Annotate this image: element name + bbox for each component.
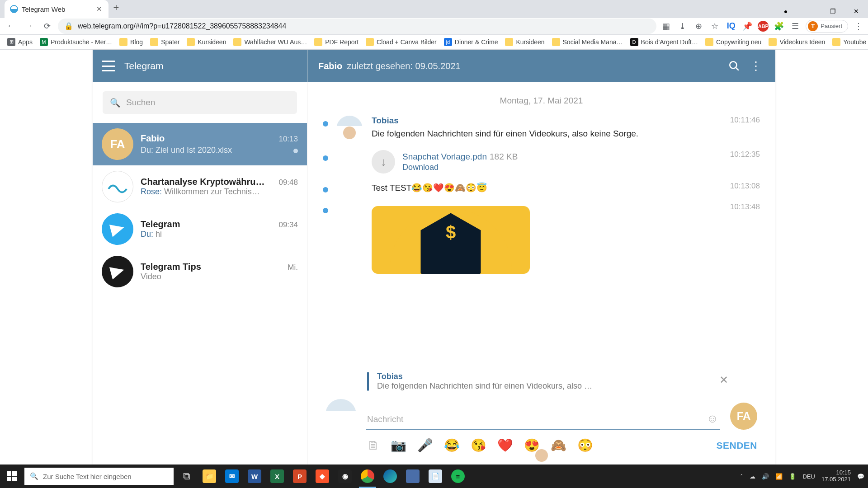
chat-item-fabio[interactable]: FA Fabio 10:13 Du: Ziel und Ist 2020.xls… <box>93 123 307 165</box>
taskbar-app-brave[interactable]: ◆ <box>311 465 334 488</box>
tray-onedrive-icon[interactable]: ☁ <box>750 473 755 480</box>
self-avatar[interactable] <box>326 399 356 430</box>
tray-notifications-icon[interactable]: 💬 <box>857 473 864 480</box>
install-app-icon[interactable]: ⤓ <box>676 20 688 32</box>
taskbar-app-spotify[interactable]: ≡ <box>447 465 469 488</box>
recipient-avatar[interactable]: FA <box>730 403 757 430</box>
bookmark-item[interactable]: Kursideen <box>502 36 547 48</box>
taskbar-app-obs[interactable]: ◉ <box>334 465 356 488</box>
search-input[interactable]: 🔍 Suchen <box>103 91 297 114</box>
nav-forward-button[interactable]: → <box>22 19 36 33</box>
tray-wifi-icon[interactable]: 📶 <box>775 473 783 480</box>
tray-volume-icon[interactable]: 🔊 <box>762 473 769 480</box>
bookmark-item[interactable]: MProduktsuche - Mer… <box>37 36 115 48</box>
taskbar-app-edge[interactable] <box>379 465 401 488</box>
translate-icon[interactable]: ▦ <box>660 20 672 32</box>
send-button[interactable]: SENDEN <box>716 440 757 451</box>
bookmarks-bar: ⊞Apps MProduktsuche - Mer… Blog Später K… <box>0 35 868 50</box>
chat-item-chartanalyse[interactable]: Chartanalyse Kryptowähru… 09:48 Rose: Wi… <box>93 165 307 208</box>
svg-point-0 <box>730 61 736 68</box>
window-restore-button[interactable]: ❐ <box>821 5 844 18</box>
taskbar-app-explorer[interactable]: 📁 <box>198 465 221 488</box>
bookmark-item[interactable]: DBois d'Argent Duft… <box>627 36 701 48</box>
bookmark-item[interactable]: Social Media Mana… <box>549 36 626 48</box>
start-button[interactable] <box>0 465 24 488</box>
chat-name: Telegram Tips <box>141 262 201 272</box>
attach-photo-icon[interactable]: 📷 <box>391 438 406 453</box>
tray-clock[interactable]: 10:15 17.05.2021 <box>821 469 851 483</box>
window-minimize-button[interactable]: ― <box>797 5 821 18</box>
bookmark-item[interactable]: Videokurs Ideen <box>766 36 828 48</box>
quick-emoji[interactable]: 😘 <box>471 438 486 453</box>
conversation-title[interactable]: Fabio <box>318 61 342 71</box>
taskbar-app-word[interactable]: W <box>243 465 266 488</box>
pin-extension-icon[interactable]: 📌 <box>741 20 753 32</box>
url-text: web.telegram.org/#/im?p=u1728081522_3896… <box>78 22 286 30</box>
bookmark-item[interactable]: PDF Report <box>311 36 361 48</box>
profile-chip[interactable]: T Pausiert <box>806 20 848 33</box>
quick-emoji[interactable]: 😳 <box>577 438 593 453</box>
chrome-menu-icon[interactable]: ⋮ <box>853 20 864 32</box>
reading-list-icon[interactable]: ☰ <box>789 20 801 32</box>
tray-language[interactable]: DEU <box>802 473 815 480</box>
quick-emoji[interactable]: ❤️ <box>497 438 513 453</box>
bookmark-item[interactable]: Wahlfächer WU Aus… <box>231 36 310 48</box>
reply-indicator-bar <box>367 372 369 391</box>
browser-tab[interactable]: Telegram Web ✕ <box>5 0 108 18</box>
taskbar-app-generic[interactable] <box>401 465 424 488</box>
tray-chevron-icon[interactable]: ˄ <box>740 473 743 480</box>
image-attachment[interactable]: $ FM <box>372 206 530 274</box>
tray-battery-icon[interactable]: 🔋 <box>789 473 796 480</box>
bookmark-item[interactable]: jdDinner & Crime <box>441 36 501 48</box>
taskbar-search[interactable]: 🔍 Zur Suche Text hier eingeben <box>24 468 174 485</box>
bookmark-item[interactable]: Blog <box>117 36 146 48</box>
unread-dot-icon <box>293 149 298 153</box>
bookmark-item[interactable]: Youtube WICHTIG <box>830 36 868 48</box>
menu-button[interactable] <box>102 61 115 71</box>
voice-message-icon[interactable]: 🎤 <box>417 438 433 453</box>
quick-emoji[interactable]: 😂 <box>444 438 460 453</box>
bookmark-star-icon[interactable]: ☆ <box>709 20 721 32</box>
taskbar-app-powerpoint[interactable]: P <box>288 465 311 488</box>
abp-extension-icon[interactable]: ABP <box>758 21 769 32</box>
chat-item-tips[interactable]: Telegram Tips Mi. Video <box>93 250 307 293</box>
file-attachment[interactable]: ↓ Snapchat Vorlage.pdn182 KB Download <box>372 150 703 174</box>
tab-close-icon[interactable]: ✕ <box>95 5 103 13</box>
bookmark-item[interactable]: Später <box>147 36 182 48</box>
chat-menu-icon[interactable]: ⋮ <box>747 56 764 76</box>
account-dot-icon[interactable]: ● <box>774 5 797 18</box>
message-input[interactable] <box>366 411 720 430</box>
reply-preview[interactable]: Tobias Die folgenden Nachrichten sind fü… <box>377 372 709 391</box>
bookmark-item[interactable]: Cload + Canva Bilder <box>363 36 439 48</box>
quick-emoji[interactable]: 🙈 <box>551 438 566 453</box>
nav-reload-button[interactable]: ⟳ <box>40 19 54 33</box>
cancel-reply-button[interactable]: ✕ <box>717 372 730 388</box>
bookmark-item[interactable]: Kursideen <box>184 36 229 48</box>
chat-name: Telegram <box>141 219 180 230</box>
message-sender[interactable]: Tobias <box>372 116 703 126</box>
task-view-button[interactable]: ⧉ <box>175 465 198 488</box>
window-close-button[interactable]: ✕ <box>844 5 868 18</box>
search-in-chat-icon[interactable] <box>726 57 743 75</box>
app-brand: Telegram <box>124 61 163 71</box>
download-icon[interactable]: ↓ <box>372 150 395 174</box>
emoji-picker-icon[interactable]: ☺ <box>706 412 718 426</box>
nav-back-button[interactable]: ← <box>4 19 18 33</box>
extensions-icon[interactable]: 🧩 <box>773 20 785 32</box>
sender-avatar[interactable] <box>336 116 363 142</box>
taskbar-app-notepad[interactable]: 📄 <box>424 465 447 488</box>
taskbar-app-mail[interactable]: ✉ <box>221 465 243 488</box>
telegram-favicon <box>10 5 18 13</box>
iq-extension-icon[interactable]: IQ <box>725 20 737 32</box>
address-bar[interactable]: 🔒 web.telegram.org/#/im?p=u1728081522_38… <box>58 19 656 34</box>
taskbar-app-chrome[interactable] <box>356 465 379 488</box>
zoom-icon[interactable]: ⊕ <box>693 20 704 32</box>
attach-file-icon[interactable]: 🗎 <box>367 438 380 453</box>
chat-item-telegram[interactable]: Telegram 09:34 Du: hi <box>93 208 307 250</box>
download-link[interactable]: Download <box>402 163 518 172</box>
avatar <box>102 256 133 287</box>
bookmark-item[interactable]: Copywriting neu <box>703 36 764 48</box>
taskbar-app-excel[interactable]: X <box>266 465 288 488</box>
new-tab-button[interactable]: + <box>112 2 120 18</box>
bookmark-apps[interactable]: ⊞Apps <box>5 36 35 48</box>
